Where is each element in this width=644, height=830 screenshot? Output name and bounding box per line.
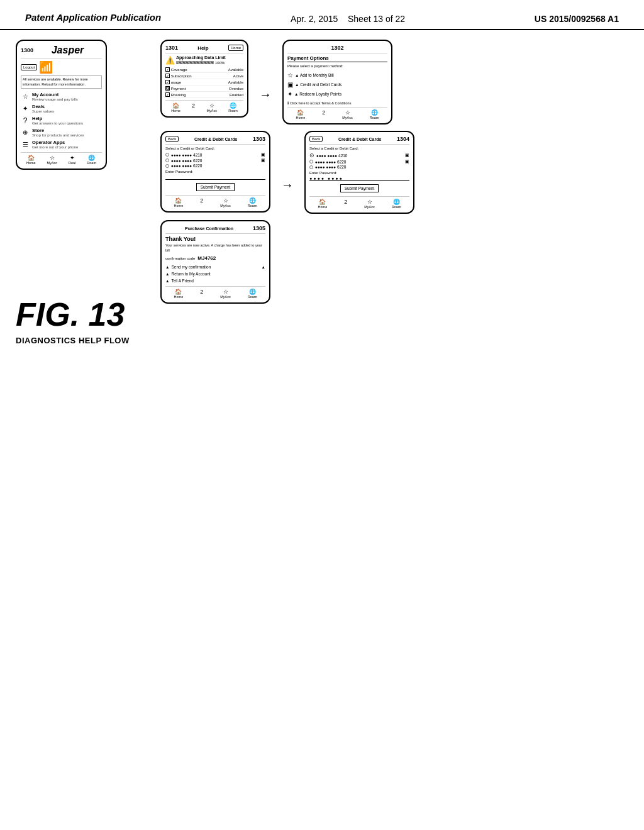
password-field-1304[interactable]: ●●●● ●●●● bbox=[309, 176, 409, 181]
option-monthly-bill[interactable]: ☆ ▲ Add to Monthly Bill bbox=[287, 70, 387, 80]
credit-title-1304: Credit & Debit Cards bbox=[338, 137, 381, 141]
nav-roam-1300[interactable]: 🌐Roam bbox=[87, 155, 96, 165]
action-tell-friend[interactable]: ▲Tell A Friend bbox=[165, 277, 265, 284]
nav-2-1304[interactable]: 2 bbox=[344, 199, 347, 209]
confirmation-code-row: confirmation code MJ4762 bbox=[165, 255, 265, 261]
menu-operator-apps[interactable]: ☰ Operator Apps Get more out of your pho… bbox=[21, 138, 102, 150]
jasper-status: All services are available. Review for m… bbox=[21, 75, 102, 89]
status-payment: ✗ Payment Overdue bbox=[165, 86, 243, 92]
nav-home-1302[interactable]: 🏠Home bbox=[296, 109, 306, 119]
publication-title: Patent Application Publication bbox=[25, 11, 161, 24]
card-row-4-1[interactable]: ⊙ ●●●● ●●●● 4210 ▣ bbox=[309, 152, 409, 158]
page-header: Patent Application Publication Apr. 2, 2… bbox=[0, 0, 644, 30]
phone-1304: Back Credit & Debit Cards 1304 Select a … bbox=[304, 131, 414, 214]
menu-help[interactable]: ? Help Get answers to your questions bbox=[21, 114, 102, 126]
nav-account-1305[interactable]: ☆MyAcc bbox=[220, 289, 231, 299]
jasper-logo: Jasper bbox=[52, 45, 84, 56]
card-row-1[interactable]: ●●●● ●●●● 4210 ▣ bbox=[165, 152, 265, 157]
nav-home-1300[interactable]: 🏠Home bbox=[26, 155, 36, 165]
credit-title-1303: Credit & Debit Cards bbox=[194, 137, 237, 141]
status-coverage: ✓ Coverage Available bbox=[165, 67, 243, 73]
nav-roam-1302[interactable]: 🌐Roam bbox=[370, 109, 379, 119]
option-credit-cards[interactable]: ▣ ▲ Credit and Debit Cards bbox=[287, 80, 387, 89]
alert-title: Approaching Data Limit bbox=[176, 55, 226, 60]
nav-roam-1305[interactable]: 🌐Roam bbox=[248, 289, 257, 299]
phone-id-1305: 1305 bbox=[253, 225, 265, 231]
phone-1303: Back Credit & Debit Cards 1303 Select a … bbox=[160, 131, 270, 213]
nav-home-1301[interactable]: 🏠Home bbox=[171, 102, 180, 113]
menu-deals[interactable]: ✦ Deals Super values bbox=[21, 102, 102, 114]
credit-prompt-1303: Select a Credit or Debit Card: bbox=[165, 147, 265, 150]
nav-account-1301[interactable]: ☆MyAcc bbox=[206, 102, 217, 113]
nav-account-1303[interactable]: ☆MyAcc bbox=[220, 197, 231, 208]
submit-btn-1303[interactable]: Submit Payment bbox=[196, 183, 235, 191]
phone-1305: Purchase Confirmation 1305 Thank You! Yo… bbox=[160, 220, 270, 304]
phone-id-1301: 1301 bbox=[165, 45, 178, 51]
nav-2-1301[interactable]: 2 bbox=[192, 102, 195, 113]
card-row-3[interactable]: ●●●● ●●●● 6220 bbox=[165, 163, 265, 168]
publication-date: Apr. 2, 2015 Sheet 13 of 22 bbox=[291, 11, 405, 24]
flow-arrow-1: → bbox=[258, 87, 273, 102]
purchase-title: Purchase Confirmation bbox=[185, 226, 233, 231]
status-subscription: ✓ Subscription Active bbox=[165, 73, 243, 79]
back-btn-1303[interactable]: Back bbox=[165, 136, 179, 142]
card-row-4-2[interactable]: ●●●● ●●●● 6220 ▣ bbox=[309, 159, 409, 164]
nav-account-1304[interactable]: ☆MyAcc bbox=[364, 199, 375, 209]
action-send-confirm[interactable]: ▲Send my confirmation▲ bbox=[165, 263, 265, 270]
nav-deal-1300[interactable]: ✦Deal bbox=[69, 155, 75, 165]
purchase-sub-text: Your services are now active. A charge h… bbox=[165, 243, 265, 253]
nav-2-1305[interactable]: 2 bbox=[200, 289, 203, 299]
nav-roam-1304[interactable]: 🌐Roam bbox=[392, 199, 401, 209]
status-usage: ✓ usage Available bbox=[165, 79, 243, 86]
nav-account-1302[interactable]: ☆MyAcc bbox=[342, 109, 353, 119]
credit-prompt-1304: Select a Credit or Debit Card: bbox=[309, 147, 409, 150]
terms-link[interactable]: ℹ Click here to accept Terms & Condition… bbox=[287, 101, 387, 105]
action-return-account[interactable]: ▲Return to My Account bbox=[165, 270, 265, 277]
thank-you: Thank You! bbox=[165, 236, 265, 242]
submit-btn-1304[interactable]: Submit Payment bbox=[340, 184, 379, 192]
help-label: Help bbox=[197, 45, 208, 51]
nav-account-1300[interactable]: ☆MyAcc bbox=[47, 155, 58, 165]
figure-caption: DIAGNOSTICS HELP FLOW bbox=[16, 336, 130, 345]
option-loyalty[interactable]: ✦ ▲ Redeem Loyalty Points bbox=[287, 89, 387, 99]
password-label-1304: Enter Password: bbox=[309, 171, 409, 175]
menu-myaccount[interactable]: ☆ My Account Review usage and pay bills bbox=[21, 91, 102, 102]
nav-home-1305[interactable]: 🏠Home bbox=[174, 289, 184, 299]
code-value: MJ4762 bbox=[197, 255, 216, 261]
figure-number: FIG. 13 bbox=[16, 296, 130, 333]
card-row-2[interactable]: ●●●● ●●●● 6220 ▣ bbox=[165, 158, 265, 163]
nav-2-1303[interactable]: 2 bbox=[200, 197, 203, 208]
status-roaming: ✓ Roaming Enabled bbox=[165, 92, 243, 98]
nav-roam-1303[interactable]: 🌐Roam bbox=[248, 197, 257, 208]
phone-id-1300: 1300 bbox=[21, 47, 33, 53]
flow-arrow-2: → bbox=[280, 178, 295, 192]
phone-id-1304: 1304 bbox=[397, 136, 409, 142]
nav-2-1302[interactable]: 2 bbox=[322, 109, 325, 119]
payment-prompt: Please select a payment method: bbox=[287, 64, 387, 68]
nav-roam-1301[interactable]: 🌐Roam bbox=[228, 102, 238, 113]
phone-1300: 1300 Jasper Logout 📶 All services are av… bbox=[16, 40, 107, 170]
password-label-1303: Enter Password: bbox=[165, 170, 265, 174]
back-btn-1304[interactable]: Back bbox=[309, 136, 323, 142]
menu-store[interactable]: ⊕ Store Shop for products and services bbox=[21, 126, 102, 138]
payment-options-title: Payment Options bbox=[287, 55, 387, 62]
patent-number: US 2015/0092568 A1 bbox=[535, 11, 619, 24]
nav-home-1303[interactable]: 🏠Home bbox=[174, 197, 184, 208]
nav-home-1304[interactable]: 🏠Home bbox=[318, 199, 328, 209]
logout-button[interactable]: Logout bbox=[21, 64, 37, 70]
phone-1301: 1301 Help Home ⚠️ Approaching Data Limit… bbox=[160, 40, 248, 118]
home-btn-1301[interactable]: Home bbox=[228, 45, 243, 51]
phone-1302: 1302 Payment Options Please select a pay… bbox=[282, 40, 392, 124]
alert-pct: 100% bbox=[215, 61, 225, 65]
card-row-4-3[interactable]: ●●●● ●●●● 6220 bbox=[309, 165, 409, 169]
phone-id-1303: 1303 bbox=[253, 136, 265, 142]
phone-id-1302: 1302 bbox=[331, 45, 343, 51]
